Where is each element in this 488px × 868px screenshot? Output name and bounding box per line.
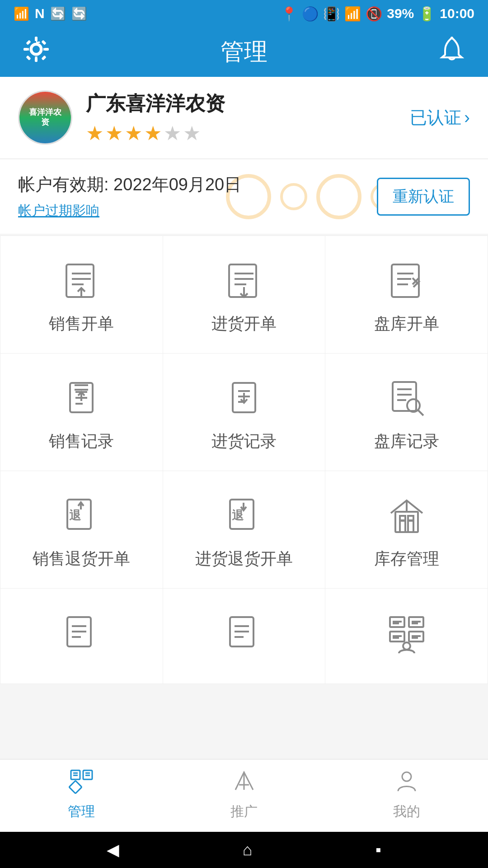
status-bar: 📶 N 🔄 🔄 📍 🔵 📳 📶 📵 39% 🔋 10:00	[0, 0, 488, 27]
svg-text:退: 退	[69, 509, 81, 522]
menu-item-sales-open[interactable]: 销售开单	[0, 236, 163, 354]
star-4: ★	[144, 122, 162, 145]
menu-item-extra2[interactable]	[163, 589, 326, 684]
home-button[interactable]: ⌂	[243, 840, 253, 859]
svg-rect-2	[35, 37, 38, 41]
promote-label: 推广	[230, 802, 258, 821]
sync-icon2: 🔄	[71, 6, 87, 21]
sales-record-icon	[59, 376, 104, 421]
menu-item-sales-record[interactable]: 销售记录	[0, 354, 163, 471]
star-3: ★	[125, 122, 142, 145]
menu-item-inventory-open[interactable]: 盘库开单	[325, 236, 488, 354]
bluetooth-icon: 🔵	[302, 6, 319, 22]
profile-name: 广东喜洋洋农资	[86, 90, 225, 117]
inventory-record-icon	[384, 376, 429, 421]
recents-button[interactable]: ▪	[375, 840, 381, 859]
nav-item-mine[interactable]: 我的	[325, 760, 488, 832]
menu-item-stock-mgmt[interactable]: 库存管理	[325, 471, 488, 589]
inventory-record-label: 盘库记录	[374, 430, 439, 453]
profile-info: 广东喜洋洋农资 ★ ★ ★ ★ ★ ★	[86, 90, 225, 145]
promote-icon	[232, 769, 257, 799]
grid-menu: 销售开单 进货开单 盘库开	[0, 236, 488, 684]
svg-text:退: 退	[232, 509, 244, 522]
nosim-icon: 📵	[366, 6, 382, 22]
star-1: ★	[86, 122, 103, 145]
svg-rect-54	[408, 521, 413, 532]
avatar-inner: 喜洋洋农资	[19, 92, 71, 143]
star-5: ★	[164, 122, 181, 145]
account-expiry: 帐户有效期: 2022年09月20日	[18, 173, 241, 196]
extra2-icon	[221, 611, 267, 656]
svg-rect-40	[393, 382, 416, 411]
svg-rect-8	[26, 55, 31, 60]
page-title: 管理	[54, 36, 434, 68]
star-2: ★	[105, 122, 123, 145]
back-button[interactable]: ◀	[107, 840, 119, 859]
vibrate-icon: 📳	[323, 6, 340, 22]
recertify-button[interactable]: 重新认证	[377, 178, 470, 216]
sales-record-label: 销售记录	[49, 430, 114, 453]
extra3-icon	[384, 611, 429, 656]
profile-left: 喜洋洋农资 广东喜洋洋农资 ★ ★ ★ ★ ★ ★	[18, 90, 225, 145]
menu-item-sales-return[interactable]: 退 销售退货开单	[0, 471, 163, 589]
svg-rect-11	[66, 264, 94, 297]
svg-point-88	[402, 772, 411, 781]
purchase-record-icon	[221, 376, 267, 421]
svg-rect-16	[229, 264, 256, 297]
menu-item-extra3[interactable]	[325, 589, 488, 684]
stock-mgmt-icon	[384, 494, 429, 539]
battery-icon: 🔋	[418, 6, 435, 22]
svg-rect-52	[395, 512, 418, 532]
extra1-icon	[59, 611, 104, 656]
star-rating: ★ ★ ★ ★ ★ ★	[86, 122, 225, 145]
verified-label: 已认证	[410, 106, 461, 129]
stock-mgmt-label: 库存管理	[374, 548, 439, 570]
svg-point-78	[403, 642, 410, 650]
purchase-return-icon: 退	[221, 494, 267, 539]
sales-return-label: 销售退货开单	[33, 548, 130, 570]
wifi-icon: 📶	[14, 6, 29, 21]
svg-rect-9	[41, 55, 46, 60]
nav-item-manage[interactable]: 管理	[0, 760, 163, 832]
star-6: ★	[183, 122, 201, 145]
bottom-nav: 管理 推广 我的	[0, 759, 488, 832]
settings-button[interactable]	[18, 36, 54, 68]
svg-rect-53	[400, 521, 405, 532]
sales-open-icon	[59, 259, 104, 304]
menu-item-inventory-record[interactable]: 盘库记录	[325, 354, 488, 471]
account-warning-link[interactable]: 帐户过期影响	[18, 202, 241, 220]
status-right: 📍 🔵 📳 📶 📵 39% 🔋 10:00	[281, 6, 474, 22]
profile-section: 喜洋洋农资 广东喜洋洋农资 ★ ★ ★ ★ ★ ★ 已认证 ›	[0, 77, 488, 159]
menu-item-purchase-open[interactable]: 进货开单	[163, 236, 326, 354]
menu-item-purchase-record[interactable]: 进货记录	[163, 354, 326, 471]
menu-item-extra1[interactable]	[0, 589, 163, 684]
svg-rect-85	[69, 781, 81, 793]
status-left: 📶 N 🔄 🔄	[14, 6, 87, 21]
verified-button[interactable]: 已认证 ›	[410, 106, 470, 129]
inventory-open-icon	[384, 259, 429, 304]
avatar[interactable]: 喜洋洋农资	[18, 90, 72, 145]
location-icon: 📍	[281, 6, 297, 22]
nav-item-promote[interactable]: 推广	[163, 760, 325, 832]
purchase-return-label: 进货退货开单	[195, 548, 293, 570]
banner-decoration	[226, 160, 398, 234]
chevron-right-icon: ›	[464, 108, 470, 127]
circle-deco-3	[316, 174, 361, 219]
notification-button[interactable]	[434, 36, 470, 68]
svg-point-44	[407, 399, 420, 412]
sales-open-label: 销售开单	[49, 313, 114, 335]
purchase-open-label: 进货开单	[211, 313, 277, 335]
svg-rect-3	[35, 57, 38, 62]
clock: 10:00	[440, 6, 474, 21]
svg-point-10	[450, 37, 453, 39]
wifi-icon2: 📶	[344, 6, 361, 22]
n-icon: N	[35, 6, 45, 21]
menu-item-purchase-return[interactable]: 退 进货退货开单	[163, 471, 326, 589]
svg-rect-4	[23, 48, 28, 51]
mine-icon	[394, 769, 419, 799]
account-banner: 帐户有效期: 2022年09月20日 帐户过期影响 重新认证	[0, 160, 488, 234]
inventory-open-label: 盘库开单	[374, 313, 439, 335]
manage-label: 管理	[68, 802, 95, 821]
svg-rect-7	[41, 40, 46, 45]
purchase-record-label: 进货记录	[211, 430, 277, 453]
